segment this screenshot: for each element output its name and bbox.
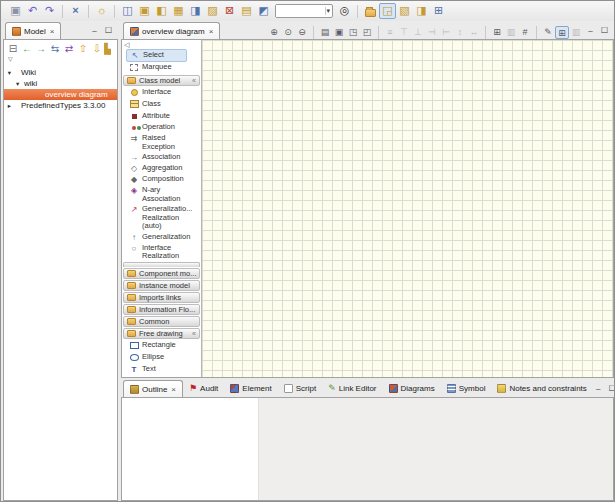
model-action-icon-6[interactable]: ▨ [204, 3, 221, 19]
view-toggle-icon-3[interactable]: ◨ [413, 3, 430, 19]
expander-icon[interactable]: ▾ [4, 80, 16, 88]
grid-icon[interactable]: ⊞ [490, 26, 504, 39]
model-action-icon-8[interactable]: ▤ [238, 3, 255, 19]
zoom-out-icon[interactable]: ⊖ [295, 26, 309, 39]
tab-audit[interactable]: ⚑ Audit [183, 380, 224, 397]
nav-back-icon[interactable]: ← [20, 42, 34, 55]
model-action-icon-1[interactable]: ◫ [119, 3, 136, 19]
hash-grid-icon[interactable]: # [518, 26, 532, 39]
palette-section-instance-model[interactable]: Instance model [123, 280, 200, 291]
sync-purple-icon[interactable]: ⇄ [62, 42, 76, 55]
palette-tool-marquee[interactable]: Marquee [122, 62, 201, 74]
palette-item-rectangle[interactable]: Rectangle [122, 340, 201, 352]
tree-item-overview-diagram[interactable]: overview diagram [4, 89, 117, 100]
view-menu-chevron[interactable]: ▽ [4, 55, 117, 65]
section-pin-icon[interactable]: « [192, 330, 196, 337]
model-action-icon-5[interactable]: ◨ [187, 3, 204, 19]
palette-item-association[interactable]: → Association [122, 152, 201, 163]
tab-diagrams[interactable]: Diagrams [383, 380, 441, 397]
redo-icon[interactable]: ↷ [41, 3, 58, 19]
search-icon[interactable]: ◎ [336, 3, 353, 19]
tab-overview-diagram[interactable]: overview diagram × [123, 22, 220, 39]
palette-item-attribute[interactable]: Attribute [122, 111, 201, 122]
palette-item-text[interactable]: T Text [122, 364, 201, 375]
undo-icon[interactable]: ↶ [24, 3, 41, 19]
view-toggle-icon-2[interactable]: ▧ [396, 3, 413, 19]
quick-search-input[interactable] [276, 5, 320, 17]
delete-icon[interactable]: × [67, 3, 84, 19]
tab-notes-and-constraints[interactable]: Notes and constraints [491, 380, 592, 397]
sync-blue-icon[interactable]: ⇆ [48, 42, 62, 55]
model-action-icon-7[interactable]: ⊠ [221, 3, 238, 19]
export-icon[interactable]: ◳ [346, 26, 360, 39]
palette-label: Attribute [142, 112, 170, 121]
palette-collapse-arrow[interactable]: ◁ [122, 40, 201, 49]
tab-symbol[interactable]: Symbol [441, 380, 492, 397]
model-action-icon-2[interactable]: ▣ [136, 3, 153, 19]
close-icon[interactable]: × [209, 27, 214, 36]
view-toggle-icon-4[interactable]: ⊞ [430, 3, 447, 19]
close-icon[interactable]: × [171, 385, 176, 394]
palette-item-interface-realization[interactable]: ○ Interface Realization [122, 243, 201, 262]
palette-section-free-drawing[interactable]: Free drawing « [123, 328, 200, 339]
expander-icon[interactable]: ▾ [4, 69, 13, 77]
palette-item-composition[interactable]: ◆ Composition [122, 174, 201, 185]
zoom-in-icon[interactable]: ⊕ [267, 26, 281, 39]
pencil-icon[interactable]: ✎ [541, 26, 555, 39]
close-icon[interactable]: × [50, 27, 55, 36]
tree-item-wiki-project[interactable]: ▾ Wiki [4, 67, 117, 78]
tab-element[interactable]: Element [224, 380, 277, 397]
palette-item-generalization[interactable]: ↑ Generalization [122, 232, 201, 243]
palette-item-operation[interactable]: Operation [122, 122, 201, 133]
maximize-button[interactable]: ☐ [599, 26, 610, 36]
tab-outline[interactable]: Outline × [123, 380, 183, 397]
tab-model[interactable]: Model × [5, 22, 61, 39]
palette-item-interface[interactable]: Interface [122, 87, 201, 99]
minimize-button[interactable]: – [89, 26, 100, 36]
save-image-icon[interactable]: ▣ [332, 26, 346, 39]
maximize-button[interactable]: ☐ [607, 384, 615, 394]
palette-section-imports-links[interactable]: Imports links [123, 292, 200, 303]
palette-item-class[interactable]: Class [122, 99, 201, 111]
expander-icon[interactable]: ▸ [4, 102, 13, 110]
quick-search-combo[interactable]: ▾ [275, 4, 333, 18]
palette-tool-select[interactable]: ↖ Select [126, 49, 187, 62]
minimize-button[interactable]: – [593, 384, 604, 394]
folder-icon[interactable] [365, 9, 376, 17]
palette-item-raised-exception[interactable]: ⇉ Raised Exception [122, 133, 201, 152]
palette-item-aggregation[interactable]: ◇ Aggregation [122, 163, 201, 174]
combo-dropdown-icon[interactable]: ▾ [325, 7, 332, 15]
model-action-icon-4[interactable]: ▦ [170, 3, 187, 19]
palette-section-component-model[interactable]: Component mo... [123, 268, 200, 279]
nav-forward-icon[interactable]: → [34, 42, 48, 55]
save-icon[interactable]: ▣ [7, 3, 24, 19]
snap-to-grid-icon[interactable]: ⊞ [555, 26, 569, 39]
clipped-toolbar-icon[interactable]: ▙ [104, 42, 111, 55]
outline-thumbnail-area[interactable] [122, 398, 259, 500]
maximize-button[interactable]: ☐ [103, 26, 114, 36]
palette-item-nary-association[interactable]: ◈ N-ary Association [122, 185, 201, 204]
collapse-all-icon[interactable]: ⊟ [6, 42, 20, 55]
model-action-icon-9[interactable]: ◩ [255, 3, 272, 19]
tree-item-predefined-types[interactable]: ▸ PredefinedTypes 3.3.00 [4, 100, 117, 111]
diagram-canvas[interactable] [202, 40, 613, 377]
palette-section-information-flows[interactable]: Information Flo... [123, 304, 200, 315]
palette-item-ellipse[interactable]: Ellipse [122, 352, 201, 364]
tab-link-editor[interactable]: ✎ Link Editor [322, 380, 382, 397]
tree-item-wiki[interactable]: ▾ wiki [4, 78, 117, 89]
fit-page-icon[interactable]: ◰ [360, 26, 374, 39]
palette-item-line[interactable]: → Line [122, 375, 201, 378]
lightbulb-icon[interactable]: ☼ [93, 3, 110, 19]
tab-script[interactable]: Script [278, 380, 322, 397]
print-icon[interactable]: ▤ [318, 26, 332, 39]
section-pin-icon[interactable]: « [192, 77, 196, 84]
palette-item-generalization-realization-auto[interactable]: ↗ Generalizatio... Realization (auto) [122, 204, 201, 232]
zoom-actual-icon[interactable]: ⊙ [281, 26, 295, 39]
palette-section-class-model[interactable]: Class model « [123, 75, 200, 86]
minimize-button[interactable]: – [585, 26, 596, 36]
palette-section-common[interactable]: Common [123, 316, 200, 327]
model-action-icon-3[interactable]: ◧ [153, 3, 170, 19]
move-up-icon[interactable]: ⇧ [76, 42, 90, 55]
move-down-icon[interactable]: ⇩ [90, 42, 104, 55]
view-toggle-icon-pressed[interactable]: ◲ [379, 3, 396, 19]
